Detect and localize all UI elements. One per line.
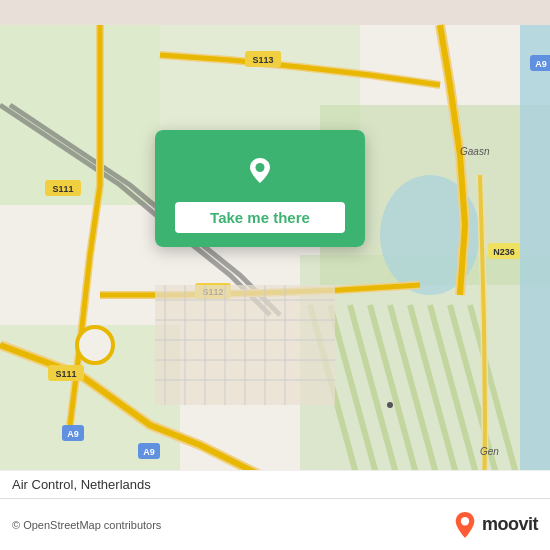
- take-me-there-button[interactable]: Take me there: [175, 202, 345, 233]
- svg-point-35: [77, 327, 113, 363]
- moovit-pin-icon: [454, 512, 476, 538]
- svg-point-49: [387, 402, 393, 408]
- svg-text:Gaasn: Gaasn: [460, 146, 490, 157]
- location-popup: Take me there: [155, 130, 365, 247]
- location-text: Air Control, Netherlands: [12, 477, 151, 492]
- svg-point-52: [461, 517, 469, 525]
- map-background: S111 S111 S112 S113 A9 A9 A9 N236 Gaasn …: [0, 0, 550, 550]
- svg-rect-7: [520, 25, 550, 525]
- location-pin-icon: [238, 148, 282, 192]
- svg-text:S111: S111: [55, 369, 76, 379]
- osm-attribution: © OpenStreetMap contributors: [12, 519, 161, 531]
- svg-text:N236: N236: [493, 247, 515, 257]
- svg-text:A9: A9: [535, 59, 547, 69]
- popup-green-header: Take me there: [155, 130, 365, 247]
- map-container: S111 S111 S112 S113 A9 A9 A9 N236 Gaasn …: [0, 0, 550, 550]
- svg-text:S113: S113: [252, 55, 273, 65]
- svg-text:A9: A9: [143, 447, 155, 457]
- bottom-bar: © OpenStreetMap contributors moovit: [0, 498, 550, 550]
- svg-text:S111: S111: [52, 184, 73, 194]
- svg-text:A9: A9: [67, 429, 79, 439]
- svg-text:Gen: Gen: [480, 446, 499, 457]
- moovit-logo-text: moovit: [482, 514, 538, 535]
- location-label: Air Control, Netherlands: [0, 470, 550, 498]
- moovit-logo: moovit: [454, 512, 538, 538]
- svg-point-51: [256, 163, 265, 172]
